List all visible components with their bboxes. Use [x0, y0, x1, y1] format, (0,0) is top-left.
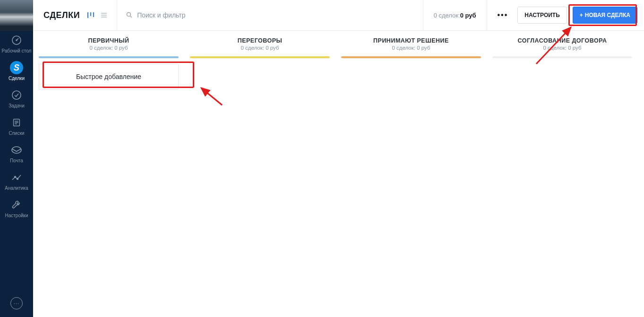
sidebar-item-tasks[interactable]: Задачи: [0, 86, 33, 113]
pipeline-column: ПРИНИМАЮТ РЕШЕНИЕ 0 сделок: 0 руб: [335, 37, 487, 317]
main: СДЕЛКИ 0 с: [33, 0, 644, 317]
pipeline-column: СОГЛАСОВАНИЕ ДОГОВОРА 0 сделок: 0 руб: [487, 37, 638, 317]
sidebar: Рабочий стол S Сделки Задачи Списки Почт…: [0, 0, 33, 317]
pipeline-column: ПЕРЕГОВОРЫ 0 сделок: 0 руб: [184, 37, 335, 317]
sidebar-item-analytics[interactable]: Аналитика: [0, 168, 33, 195]
stage-header[interactable]: ПРИНИМАЮТ РЕШЕНИЕ 0 сделок: 0 руб: [339, 37, 483, 54]
sidebar-item-dashboard[interactable]: Рабочий стол: [0, 31, 33, 58]
stage-meta: 0 сделок: 0 руб: [493, 45, 631, 51]
summary-amount: 0 руб: [460, 12, 476, 19]
sidebar-item-label: Списки: [9, 131, 24, 136]
mail-icon: [10, 143, 23, 157]
stage-meta: 0 сделок: 0 руб: [40, 45, 178, 51]
search-icon: [126, 11, 133, 19]
pipeline-view-icon[interactable]: [86, 11, 95, 19]
new-deal-label: НОВАЯ СДЕЛКА: [585, 12, 630, 18]
sidebar-item-label: Сделки: [9, 76, 25, 81]
analytics-icon: [10, 171, 23, 184]
topbar: СДЕЛКИ 0 с: [33, 0, 644, 31]
summary-count: 0 сделок:: [434, 12, 460, 19]
wrench-icon: [10, 198, 23, 211]
stage-name: ПРИНИМАЮТ РЕШЕНИЕ: [342, 37, 480, 44]
pipeline-column: ПЕРВИЧНЫЙ 0 сделок: 0 руб Быстрое добавл…: [33, 37, 184, 317]
account-cover[interactable]: [0, 0, 33, 31]
sidebar-item-label: Рабочий стол: [2, 48, 32, 53]
sidebar-item-label: Задачи: [9, 103, 25, 108]
stage-meta: 0 сделок: 0 руб: [191, 45, 329, 51]
stage-name: ПЕРЕГОВОРЫ: [191, 37, 329, 44]
stage-name: СОГЛАСОВАНИЕ ДОГОВОРА: [493, 37, 631, 44]
stage-header[interactable]: ПЕРВИЧНЫЙ 0 сделок: 0 руб: [37, 37, 180, 54]
plus-icon: +: [580, 12, 583, 18]
stage-bar: [39, 56, 179, 58]
gauge-icon: [10, 34, 23, 47]
sidebar-item-mail[interactable]: Почта: [0, 141, 33, 168]
page-title: СДЕЛКИ: [43, 10, 80, 20]
stage-meta: 0 сделок: 0 руб: [342, 45, 480, 51]
sidebar-item-deals[interactable]: S Сделки: [0, 58, 33, 86]
svg-point-2: [12, 91, 21, 99]
svg-point-5: [15, 176, 16, 178]
svg-point-6: [17, 178, 18, 180]
stage-name: ПЕРВИЧНЫЙ: [40, 37, 178, 44]
sidebar-item-settings[interactable]: Настройки: [0, 195, 33, 223]
search-input[interactable]: [137, 11, 414, 19]
stage-bar: [190, 56, 330, 58]
list-icon: [10, 116, 23, 129]
stage-bar: [492, 56, 632, 58]
svg-point-7: [127, 12, 131, 16]
sidebar-item-lists[interactable]: Списки: [0, 113, 33, 141]
list-view-icon[interactable]: [100, 11, 108, 19]
quick-add-card[interactable]: Быстрое добавление: [39, 64, 179, 89]
check-circle-icon: [10, 88, 23, 102]
more-menu-icon[interactable]: •••: [494, 8, 512, 22]
sidebar-item-label: Почта: [10, 158, 23, 163]
deals-icon: S: [10, 61, 23, 74]
sidebar-item-label: Аналитика: [5, 185, 28, 191]
configure-button[interactable]: НАСТРОИТЬ: [517, 7, 567, 24]
pipeline-board: ПЕРВИЧНЫЙ 0 сделок: 0 руб Быстрое добавл…: [33, 31, 644, 317]
sidebar-item-label: Настройки: [5, 213, 28, 218]
svg-point-1: [16, 40, 17, 41]
stage-header[interactable]: ПЕРЕГОВОРЫ 0 сделок: 0 руб: [188, 37, 332, 54]
stage-header[interactable]: СОГЛАСОВАНИЕ ДОГОВОРА 0 сделок: 0 руб: [490, 37, 634, 54]
chat-icon[interactable]: ···: [10, 297, 23, 309]
new-deal-button[interactable]: +НОВАЯ СДЕЛКА: [573, 7, 637, 24]
stage-bar: [341, 56, 481, 58]
